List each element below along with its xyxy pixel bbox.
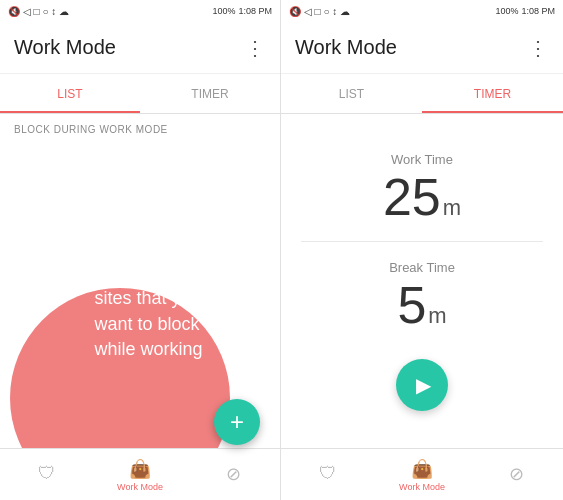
right-status-right: 100% 1:08 PM — [495, 6, 555, 16]
break-time-number: 5 — [397, 279, 426, 331]
right-bag-icon: 👜 — [411, 458, 433, 480]
break-time-label: Break Time — [389, 260, 455, 275]
right-nav-workmode[interactable]: 👜 Work Mode — [375, 458, 469, 492]
right-time: 1:08 PM — [521, 6, 555, 16]
right-battery: 100% — [495, 6, 518, 16]
right-tab-list[interactable]: LIST — [281, 74, 422, 113]
add-icon: + — [230, 410, 244, 434]
left-battery: 100% — [212, 6, 235, 16]
right-header: Work Mode ⋮ — [281, 22, 563, 74]
shield-icon: 🛡 — [38, 463, 56, 484]
block-during-work-label: BLOCK DURING WORK MODE — [0, 114, 280, 145]
block-icon: ⊘ — [226, 463, 241, 485]
left-status-icons: 🔇 ◁ □ ○ ↕ ☁ — [8, 6, 69, 17]
left-time: 1:08 PM — [238, 6, 272, 16]
left-nav-workmode[interactable]: 👜 Work Mode — [93, 458, 186, 492]
left-nav-workmode-label: Work Mode — [117, 482, 163, 492]
left-nav-block[interactable]: ⊘ — [187, 463, 280, 487]
work-time-value: 25 m — [383, 171, 461, 223]
right-bottom-nav: 🛡 👜 Work Mode ⊘ — [281, 448, 563, 500]
left-status-right: 100% 1:08 PM — [212, 6, 272, 16]
right-nav-workmode-label: Work Mode — [399, 482, 445, 492]
play-icon: ▶ — [416, 373, 431, 397]
break-time-section: Break Time 5 m — [301, 260, 543, 331]
right-nav-shield[interactable]: 🛡 — [281, 463, 375, 486]
right-title: Work Mode — [295, 36, 397, 59]
right-tabs: LIST TIMER — [281, 74, 563, 114]
left-title: Work Mode — [14, 36, 116, 59]
right-block-icon: ⊘ — [509, 463, 524, 485]
right-tab-timer[interactable]: TIMER — [422, 74, 563, 113]
right-panel: 🔇 ◁ □ ○ ↕ ☁ 100% 1:08 PM Work Mode ⋮ LIS… — [281, 0, 563, 500]
left-bottom-nav: 🛡 👜 Work Mode ⊘ — [0, 448, 280, 500]
empty-state-text: Add apps andsites that youwant to blockw… — [94, 261, 205, 362]
left-tab-list[interactable]: LIST — [0, 74, 140, 113]
right-shield-icon: 🛡 — [319, 463, 337, 484]
left-status-bar: 🔇 ◁ □ ○ ↕ ☁ 100% 1:08 PM — [0, 0, 280, 22]
left-panel: 🔇 ◁ □ ○ ↕ ☁ 100% 1:08 PM Work Mode ⋮ LIS… — [0, 0, 281, 500]
play-button[interactable]: ▶ — [396, 359, 448, 411]
break-time-value: 5 m — [397, 279, 446, 331]
bag-icon: 👜 — [129, 458, 151, 480]
timer-section-divider — [301, 241, 543, 242]
break-time-unit: m — [428, 303, 446, 329]
work-time-section: Work Time 25 m — [301, 152, 543, 223]
left-tab-timer[interactable]: TIMER — [140, 74, 280, 113]
right-status-bar: 🔇 ◁ □ ○ ↕ ☁ 100% 1:08 PM — [281, 0, 563, 22]
right-nav-block[interactable]: ⊘ — [469, 463, 563, 487]
left-header: Work Mode ⋮ — [0, 22, 280, 74]
work-time-label: Work Time — [391, 152, 453, 167]
work-time-number: 25 — [383, 171, 441, 223]
add-fab-button[interactable]: + — [214, 399, 260, 445]
timer-content-area: Work Time 25 m Break Time 5 m ▶ — [281, 114, 563, 448]
right-status-icons: 🔇 ◁ □ ○ ↕ ☁ — [289, 6, 350, 17]
right-menu-button[interactable]: ⋮ — [528, 36, 549, 60]
left-tabs: LIST TIMER — [0, 74, 280, 114]
work-time-unit: m — [443, 195, 461, 221]
left-menu-button[interactable]: ⋮ — [245, 36, 266, 60]
left-nav-shield[interactable]: 🛡 — [0, 463, 93, 486]
